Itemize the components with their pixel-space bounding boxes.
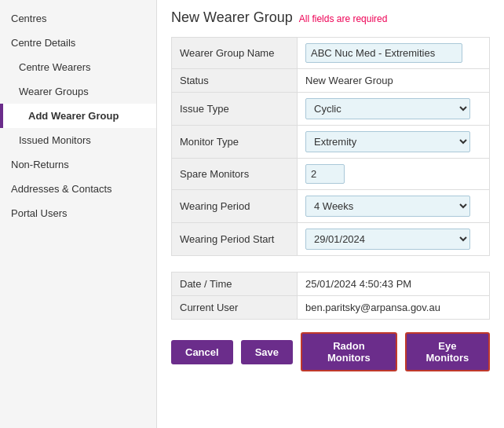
page-title: New Wearer Group xyxy=(171,9,293,26)
monitor-type-label: Monitor Type xyxy=(172,126,298,159)
sidebar-item-add-wearer-group[interactable]: Add Wearer Group xyxy=(0,104,156,128)
sidebar-item-non-returns[interactable]: Non-Returns xyxy=(0,152,156,177)
wearing-period-start-cell: 29/01/2024 xyxy=(298,223,490,256)
status-label: Status xyxy=(172,69,298,93)
issue-type-cell: Cyclic One-time Permanent xyxy=(298,93,490,126)
info-table: Date / Time 25/01/2024 4:50:43 PM Curren… xyxy=(171,272,490,320)
row-wearing-period: Wearing Period 1 Week 2 Weeks 4 Weeks 8 … xyxy=(172,190,490,223)
wearing-period-cell: 1 Week 2 Weeks 4 Weeks 8 Weeks 12 Weeks xyxy=(298,190,490,223)
main-content: New Wearer Group All fields are required… xyxy=(157,0,504,428)
wearing-period-label: Wearing Period xyxy=(172,190,298,223)
datetime-value: 25/01/2024 4:50:43 PM xyxy=(298,273,490,296)
wearer-group-name-cell xyxy=(298,38,490,69)
row-status: Status New Wearer Group xyxy=(172,69,490,93)
status-value: New Wearer Group xyxy=(305,75,393,86)
sidebar-item-centre-details[interactable]: Centre Details xyxy=(0,31,156,55)
wearer-group-name-input[interactable] xyxy=(305,43,462,63)
wearing-period-start-label: Wearing Period Start xyxy=(172,223,298,256)
row-monitor-type: Monitor Type Extremity Whole Body Eye xyxy=(172,126,490,159)
spare-monitors-cell xyxy=(298,159,490,190)
sidebar-item-portal-users[interactable]: Portal Users xyxy=(0,201,156,225)
sidebar-item-issued-monitors[interactable]: Issued Monitors xyxy=(0,128,156,152)
eye-monitors-button[interactable]: Eye Monitors xyxy=(405,332,490,371)
wearing-period-start-select[interactable]: 29/01/2024 xyxy=(305,229,470,250)
row-issue-type: Issue Type Cyclic One-time Permanent xyxy=(172,93,490,126)
status-value-cell: New Wearer Group xyxy=(298,69,490,93)
issue-type-select[interactable]: Cyclic One-time Permanent xyxy=(305,98,470,119)
sidebar-item-addresses-contacts[interactable]: Addresses & Contacts xyxy=(0,177,156,201)
required-note: All fields are required xyxy=(299,13,388,24)
wearing-period-select[interactable]: 1 Week 2 Weeks 4 Weeks 8 Weeks 12 Weeks xyxy=(305,196,470,217)
issue-type-label: Issue Type xyxy=(172,93,298,126)
radon-monitors-button[interactable]: Radon Monitors xyxy=(301,332,397,371)
row-datetime: Date / Time 25/01/2024 4:50:43 PM xyxy=(172,273,490,296)
monitor-type-select[interactable]: Extremity Whole Body Eye xyxy=(305,131,470,152)
button-bar: Cancel Save Radon Monitors Eye Monitors xyxy=(171,332,490,379)
current-user-value: ben.paritsky@arpansa.gov.au xyxy=(298,296,490,320)
sidebar-item-wearer-groups[interactable]: Wearer Groups xyxy=(0,79,156,104)
save-button[interactable]: Save xyxy=(241,340,293,364)
sidebar-item-centres[interactable]: Centres xyxy=(0,6,156,31)
row-wearer-group-name: Wearer Group Name xyxy=(172,38,490,69)
form-table: Wearer Group Name Status New Wearer Grou… xyxy=(171,37,490,256)
row-spare-monitors: Spare Monitors xyxy=(172,159,490,190)
sidebar: Centres Centre Details Centre Wearers We… xyxy=(0,0,157,428)
sidebar-item-centre-wearers[interactable]: Centre Wearers xyxy=(0,55,156,79)
wearer-group-name-label: Wearer Group Name xyxy=(172,38,298,69)
monitor-type-cell: Extremity Whole Body Eye xyxy=(298,126,490,159)
cancel-button[interactable]: Cancel xyxy=(171,340,233,364)
datetime-label: Date / Time xyxy=(172,273,298,296)
spare-monitors-input[interactable] xyxy=(305,164,345,184)
spare-monitors-label: Spare Monitors xyxy=(172,159,298,190)
current-user-label: Current User xyxy=(172,296,298,320)
row-wearing-period-start: Wearing Period Start 29/01/2024 xyxy=(172,223,490,256)
row-current-user: Current User ben.paritsky@arpansa.gov.au xyxy=(172,296,490,320)
